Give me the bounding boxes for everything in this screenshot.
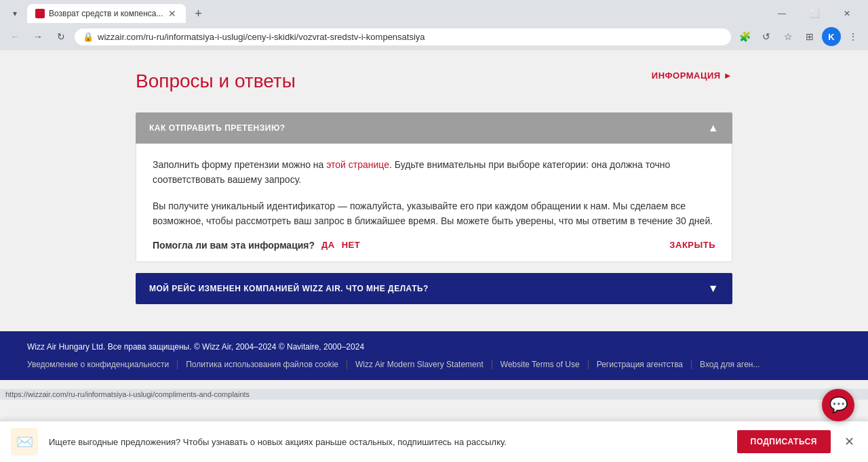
feedback-left: Помогла ли вам эта информация? ДА НЕТ	[153, 240, 360, 251]
minimize-button[interactable]: —	[766, 4, 797, 23]
footer-link-agent-login[interactable]: Вход для аген...	[692, 360, 768, 369]
tab-favicon	[35, 9, 45, 18]
tab-title: Возврат средств и компенса...	[49, 9, 163, 18]
back-button[interactable]: ←	[5, 27, 24, 46]
footer: Wizz Air Hungary Ltd. Все права защищены…	[0, 331, 868, 380]
info-link-arrow: ►	[724, 70, 732, 81]
accordion-item-2: МОЙ РЕЙС ИЗМЕНЕН КОМПАНИЕЙ WIZZ AIR. ЧТО…	[136, 273, 732, 304]
new-tab-button[interactable]: +	[189, 4, 208, 23]
feedback-question: Помогла ли вам эта информация?	[153, 240, 315, 251]
close-button[interactable]: ✕	[831, 4, 863, 23]
feedback-no-button[interactable]: НЕТ	[342, 240, 361, 250]
footer-links: Уведомление о конфиденциальности Политик…	[27, 360, 841, 369]
menu-icon[interactable]: ⋮	[844, 27, 863, 46]
sidebar-icon[interactable]: ⊞	[800, 27, 819, 46]
footer-link-agency[interactable]: Регистрация агентства	[589, 360, 692, 369]
url-text: wizzair.com/ru-ru/informatsiya-i-uslugi/…	[98, 32, 723, 42]
footer-copyright: Wizz Air Hungary Ltd. Все права защищены…	[27, 342, 841, 352]
footer-link-slavery[interactable]: Wizz Air Modern Slavery Statement	[347, 360, 492, 369]
page-title: Вопросы и ответы	[136, 70, 296, 92]
profile-button[interactable]: K	[822, 27, 841, 46]
bookmark-icon[interactable]: ☆	[778, 27, 797, 46]
toolbar-icons: 🧩 ↺ ☆ ⊞ K ⋮	[735, 27, 863, 46]
address-bar[interactable]: 🔒 wizzair.com/ru-ru/informatsiya-i-uslug…	[75, 28, 731, 45]
extensions-icon[interactable]: 🧩	[735, 27, 754, 46]
accordion-arrow-2: ▼	[708, 282, 719, 295]
accordion-close-button[interactable]: ЗАКРЫТЬ	[669, 240, 715, 250]
refresh-page-icon[interactable]: ↺	[757, 27, 776, 46]
tab-close-button[interactable]: ✕	[167, 8, 178, 19]
accordion-header-2[interactable]: МОЙ РЕЙС ИЗМЕНЕН КОМПАНИЕЙ WIZZ AIR. ЧТО…	[136, 273, 732, 304]
info-link-label: ИНФОРМАЦИЯ	[652, 70, 721, 81]
accordion-paragraph-1: Заполнить форму претензии можно на этой …	[153, 157, 715, 188]
complaint-form-link[interactable]: этой странице	[326, 159, 389, 170]
forward-button[interactable]: →	[28, 27, 47, 46]
accordion-title-2: МОЙ РЕЙС ИЗМЕНЕН КОМПАНИЕЙ WIZZ AIR. ЧТО…	[149, 284, 429, 293]
status-bar: https://wizzair.com/ru-ru/informatsiya-i…	[0, 389, 868, 400]
accordion-title-1: КАК ОТПРАВИТЬ ПРЕТЕНЗИЮ?	[149, 123, 285, 133]
status-url: https://wizzair.com/ru-ru/informatsiya-i…	[5, 390, 250, 398]
feedback-yes-button[interactable]: ДА	[321, 240, 335, 250]
accordion-arrow-1: ▲	[708, 122, 719, 134]
window-controls: — ⬜ ✕	[766, 4, 863, 23]
feedback-row: Помогла ли вам эта информация? ДА НЕТ ЗА…	[153, 240, 715, 251]
maximize-button[interactable]: ⬜	[799, 4, 830, 23]
tab-switch-icon[interactable]: ▾	[5, 4, 24, 23]
page-header: Вопросы и ответы ИНФОРМАЦИЯ ►	[136, 70, 732, 92]
refresh-button[interactable]: ↻	[52, 27, 71, 46]
accordion-paragraph-2: Вы получите уникальный идентификатор — п…	[153, 198, 715, 229]
accordion-body-1: Заполнить форму претензии можно на этой …	[136, 144, 732, 262]
info-link[interactable]: ИНФОРМАЦИЯ ►	[652, 70, 732, 81]
accordion-item-1: КАК ОТПРАВИТЬ ПРЕТЕНЗИЮ? ▲ Заполнить фор…	[136, 112, 732, 262]
footer-link-terms[interactable]: Website Terms of Use	[492, 360, 589, 369]
footer-link-cookies[interactable]: Политика использования файлов cookie	[178, 360, 347, 369]
footer-link-privacy[interactable]: Уведомление о конфиденциальности	[27, 360, 178, 369]
accordion-header-1[interactable]: КАК ОТПРАВИТЬ ПРЕТЕНЗИЮ? ▲	[136, 112, 732, 144]
active-tab[interactable]: Возврат средств и компенса... ✕	[27, 4, 186, 23]
